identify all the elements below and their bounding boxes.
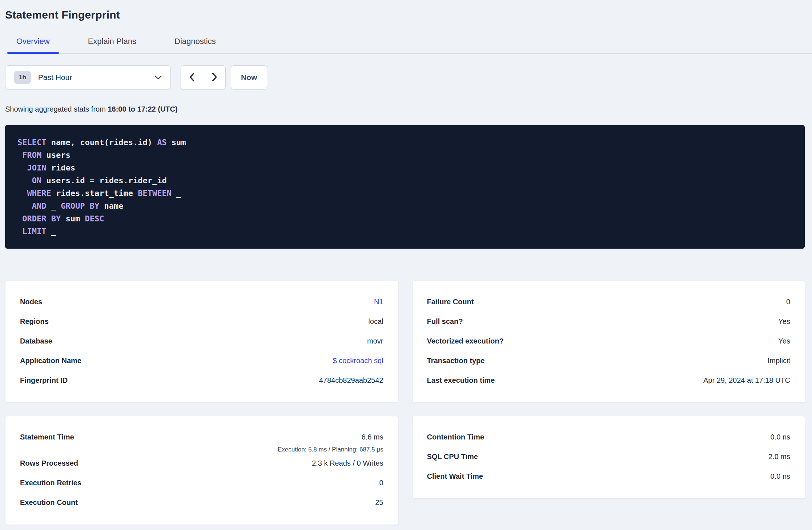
summary-cards-row-1: NodesN1RegionslocalDatabasemovrApplicati…	[5, 281, 805, 403]
tab-explain-plans[interactable]: Explain Plans	[79, 37, 145, 53]
stat-value-group: Implicit	[768, 351, 790, 370]
stat-value-link[interactable]: $ cockroach sql	[333, 351, 383, 370]
stat-label: SQL CPU Time	[427, 447, 478, 466]
stat-label: Database	[20, 331, 52, 351]
chevron-right-icon	[211, 72, 218, 83]
stat-value: 2.0 ms	[768, 447, 790, 466]
stat-row-sql-cpu-time: SQL CPU Time2.0 ms	[427, 447, 791, 466]
stat-value: 0	[786, 292, 790, 312]
stat-row-vectorized-execution: Vectorized execution?Yes	[427, 331, 791, 351]
time-toolbar: 1h Past Hour Now	[5, 65, 805, 89]
sql-keyword: FROM	[22, 150, 41, 160]
summary-cards-row-2: Statement Time6.6 msExecution: 5.8 ms / …	[5, 416, 805, 525]
sql-text: rides	[46, 163, 75, 172]
tab-label: Explain Plans	[88, 37, 136, 46]
stat-value-group: 6.6 msExecution: 5.8 ms / Planning: 687.…	[278, 427, 383, 453]
stat-value: 25	[375, 493, 383, 512]
sql-keyword: AND	[32, 201, 47, 210]
prev-time-button[interactable]	[181, 66, 203, 89]
stat-label: Client Wait Time	[427, 466, 483, 486]
sql-text: users.id = rides.rider_id	[41, 176, 166, 185]
sql-text	[17, 201, 32, 210]
stat-label: Failure Count	[427, 292, 474, 312]
stat-row-statement-time: Statement Time6.6 msExecution: 5.8 ms / …	[20, 427, 383, 453]
tab-diagnostics[interactable]: Diagnostics	[165, 37, 225, 53]
stat-value: 0.0 ns	[771, 466, 790, 486]
next-time-button[interactable]	[203, 66, 225, 89]
sql-keyword: BETWEEN	[138, 189, 172, 198]
sql-text: name, count(rides.id)	[46, 138, 157, 147]
sql-line: FROM users	[17, 149, 792, 161]
sql-keyword: LIMIT	[22, 227, 46, 236]
stat-value-group: 0.0 ns	[771, 427, 790, 447]
stat-row-last-execution-time: Last execution timeApr 29, 2024 at 17:18…	[427, 370, 791, 390]
stat-row-database: Databasemovr	[20, 331, 383, 351]
stat-value: 2.3 k Reads / 0 Writes	[312, 453, 383, 473]
sql-text	[17, 189, 27, 198]
sql-line: SELECT name, count(rides.id) AS sum	[17, 136, 792, 149]
stat-value-group: 4784cb829aab2542	[319, 370, 383, 390]
tab-overview[interactable]: Overview	[7, 37, 59, 53]
stat-value-group: 2.0 ms	[768, 447, 790, 466]
stat-label: Last execution time	[427, 370, 495, 390]
tab-label: Overview	[16, 37, 50, 46]
sql-text	[17, 176, 32, 185]
page-title: Statement Fingerprint	[5, 9, 805, 21]
stat-label: Execution Count	[20, 493, 78, 512]
sql-text: rides.start_time	[51, 189, 138, 198]
sql-text	[17, 227, 22, 236]
stat-value: Apr 29, 2024 at 17:18 UTC	[703, 370, 790, 390]
tab-bar: OverviewExplain PlansDiagnostics	[5, 37, 812, 54]
chevron-down-icon	[155, 76, 162, 80]
stat-value: 0	[379, 473, 383, 493]
sql-statement-box: SELECT name, count(rides.id) AS sum FROM…	[5, 125, 805, 249]
sql-line: ON users.id = rides.rider_id	[17, 174, 792, 187]
summary-card-wait-times: Contention Time0.0 nsSQL CPU Time2.0 msC…	[412, 416, 805, 499]
sql-keyword: GROUP BY	[61, 201, 99, 210]
tab-label: Diagnostics	[174, 37, 216, 46]
stat-subvalue: Execution: 5.8 ms / Planning: 687.5 µs	[278, 446, 383, 453]
stat-row-transaction-type: Transaction typeImplicit	[427, 351, 791, 370]
stat-row-client-wait-time: Client Wait Time0.0 ns	[427, 466, 791, 486]
stat-label: Contention Time	[427, 427, 484, 447]
stat-value: local	[368, 312, 383, 331]
stat-value-group: 0	[786, 292, 790, 312]
stat-value: 6.6 ms	[361, 427, 383, 447]
sql-keyword: WHERE	[27, 189, 51, 198]
stat-value-group: movr	[367, 331, 383, 351]
stat-row-fingerprint-id: Fingerprint ID4784cb829aab2542	[20, 370, 383, 390]
stat-value-group: 25	[375, 493, 383, 512]
time-pager	[181, 65, 226, 89]
sql-keyword: SELECT	[17, 138, 46, 147]
stat-row-nodes: NodesN1	[20, 292, 383, 312]
stat-value: movr	[367, 331, 383, 351]
stat-value: Yes	[778, 331, 790, 351]
stat-label: Execution Retries	[20, 473, 81, 493]
stat-label: Full scan?	[427, 312, 463, 331]
sql-keyword: JOIN	[27, 163, 47, 172]
stat-value-group: Yes	[778, 331, 790, 351]
summary-card-execution-attributes: Failure Count0Full scan?YesVectorized ex…	[412, 281, 805, 403]
stat-row-failure-count: Failure Count0	[427, 292, 791, 312]
stat-value-link[interactable]: N1	[374, 292, 383, 312]
sql-line: AND _ GROUP BY name	[17, 200, 792, 212]
sql-text: sum	[61, 214, 85, 223]
stat-value-group: 0.0 ns	[771, 466, 790, 486]
time-range-dropdown[interactable]: 1h Past Hour	[5, 65, 171, 89]
stat-label: Vectorized execution?	[427, 331, 504, 351]
stat-label: Regions	[20, 312, 49, 331]
stat-row-execution-count: Execution Count25	[20, 493, 383, 512]
stat-row-rows-processed: Rows Processed2.3 k Reads / 0 Writes	[20, 453, 383, 473]
stat-value: 0.0 ns	[771, 427, 790, 447]
aggregation-note-prefix: Showing aggregated stats from	[5, 105, 108, 113]
stat-label: Application Name	[20, 351, 81, 370]
stat-label: Fingerprint ID	[20, 370, 68, 390]
stat-row-application-name: Application Name$ cockroach sql	[20, 351, 383, 370]
sql-line: WHERE rides.start_time BETWEEN _	[17, 187, 792, 200]
summary-card-statement-details: NodesN1RegionslocalDatabasemovrApplicati…	[5, 281, 398, 403]
stat-value: Yes	[778, 312, 790, 331]
sql-text: users	[41, 150, 70, 160]
stat-value-group: $ cockroach sql	[333, 351, 383, 370]
now-button[interactable]: Now	[231, 65, 267, 89]
stat-value-group: Yes	[778, 312, 790, 331]
